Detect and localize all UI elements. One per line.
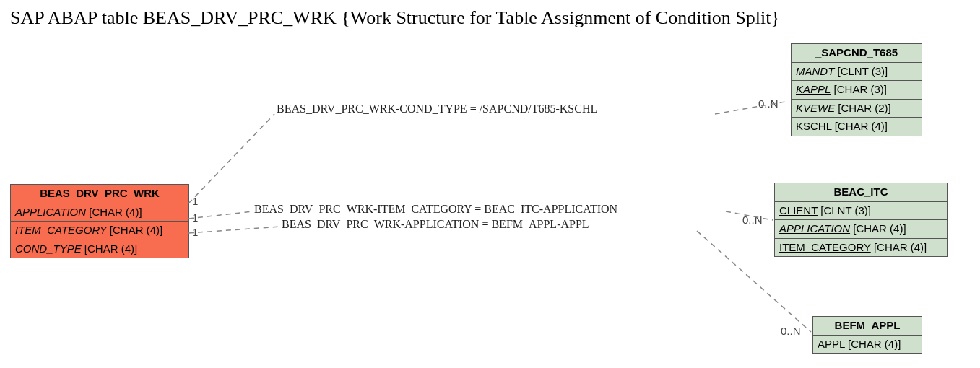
edge-r2-seg1	[188, 211, 253, 219]
field-type: [CHAR (2)]	[838, 102, 890, 114]
field-type: [CHAR (4)]	[89, 206, 142, 218]
field-type: [CHAR (4)]	[848, 338, 901, 350]
entity-appl-header: BEFM_APPL	[813, 317, 922, 336]
field-label: KAPPL	[796, 83, 831, 95]
card-right-r3: 0..N	[781, 325, 801, 337]
entity-t685-field: MANDT [CLNT (3)]	[792, 63, 922, 82]
entity-appl-field: APPL [CHAR (4)]	[813, 336, 922, 354]
field-label: KVEWE	[796, 102, 835, 114]
relation-label-r3: BEAS_DRV_PRC_WRK-APPLICATION = BEFM_APPL…	[282, 218, 589, 231]
entity-itc: BEAC_ITC CLIENT [CLNT (3)] APPLICATION […	[774, 183, 948, 257]
card-left-r3: 1	[192, 226, 198, 238]
entity-t685-header: _SAPCND_T685	[792, 44, 922, 63]
field-label: KSCHL	[796, 120, 831, 132]
entity-t685: _SAPCND_T685 MANDT [CLNT (3)] KAPPL [CHA…	[791, 43, 922, 136]
field-label: CLIENT	[779, 204, 818, 216]
field-label: MANDT	[796, 65, 834, 77]
card-left-r2: 1	[192, 211, 198, 224]
relation-label-r2: BEAS_DRV_PRC_WRK-ITEM_CATEGORY = BEAC_IT…	[254, 203, 617, 216]
field-type: [CHAR (4)]	[84, 242, 137, 255]
field-type: [CHAR (4)]	[853, 222, 906, 235]
edge-r1-seg1	[188, 114, 274, 203]
field-type: [CHAR (4)]	[874, 241, 927, 253]
field-type: [CHAR (4)]	[110, 224, 162, 236]
entity-main-field: ITEM_CATEGORY [CHAR (4)]	[11, 222, 188, 240]
entity-main-field: APPLICATION [CHAR (4)]	[11, 203, 188, 222]
entity-main-header: BEAS_DRV_PRC_WRK	[11, 185, 188, 203]
field-type: [CLNT (3)]	[820, 204, 871, 216]
card-right-r1: 0..N	[758, 97, 779, 110]
field-type: [CLNT (3)]	[838, 65, 888, 77]
entity-itc-field: APPLICATION [CHAR (4)]	[775, 220, 947, 239]
entity-t685-field: KVEWE [CHAR (2)]	[792, 100, 922, 118]
field-label: APPLICATION	[779, 222, 850, 235]
entity-t685-field: KAPPL [CHAR (3)]	[792, 81, 922, 100]
field-label: COND_TYPE	[15, 242, 82, 255]
field-label: ITEM_CATEGORY	[15, 224, 107, 236]
card-left-r1: 1	[192, 195, 198, 207]
entity-main-field: COND_TYPE [CHAR (4)]	[11, 240, 188, 258]
relation-label-r1: BEAS_DRV_PRC_WRK-COND_TYPE = /SAPCND/T68…	[277, 102, 597, 115]
entity-main: BEAS_DRV_PRC_WRK APPLICATION [CHAR (4)] …	[10, 184, 189, 258]
field-label: ITEM_CATEGORY	[779, 241, 871, 253]
entity-t685-field: KSCHL [CHAR (4)]	[792, 118, 922, 136]
card-right-r2: 0..N	[742, 214, 763, 226]
entity-itc-header: BEAC_ITC	[775, 183, 947, 202]
entity-itc-field: CLIENT [CLNT (3)]	[775, 202, 947, 221]
edge-r1-seg2	[715, 101, 789, 114]
field-label: APPLICATION	[15, 206, 86, 218]
field-type: [CHAR (3)]	[834, 83, 887, 95]
edge-r3-seg1	[188, 227, 280, 233]
field-type: [CHAR (4)]	[835, 120, 888, 132]
page-title: SAP ABAP table BEAS_DRV_PRC_WRK {Work St…	[10, 7, 780, 29]
field-label: APPL	[818, 338, 845, 350]
entity-itc-field: ITEM_CATEGORY [CHAR (4)]	[775, 239, 947, 257]
entity-appl: BEFM_APPL APPL [CHAR (4)]	[812, 316, 922, 354]
